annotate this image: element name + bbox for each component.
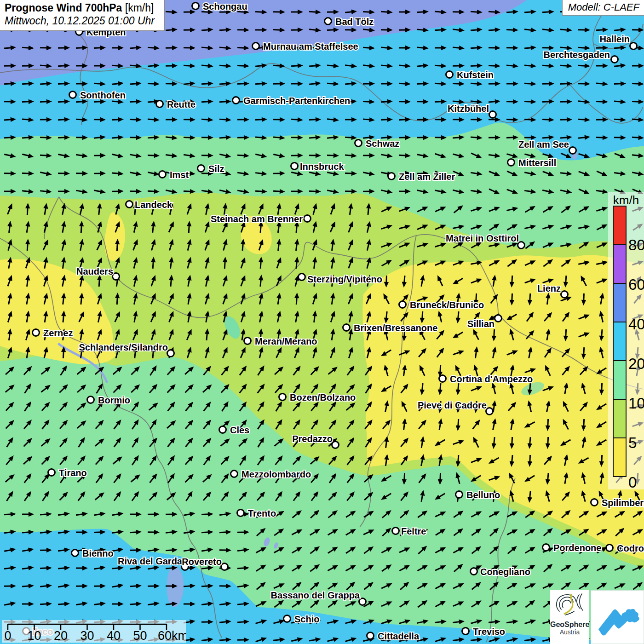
city-marker: [253, 43, 259, 50]
legend-segment: [613, 206, 627, 245]
mountain-logo-shape: [598, 609, 639, 636]
city-label: Zernez: [43, 328, 73, 338]
city-cortina-d-ampezzo: Cortina d'Ampezzo: [439, 374, 533, 384]
city-marker: [72, 550, 79, 557]
geosphere-wordmark: GeoSphere: [550, 621, 589, 628]
legend-tick-label: 40: [628, 314, 644, 334]
scale-tick-label: 40: [107, 629, 121, 643]
city-marker: [33, 329, 40, 336]
legend-tick-label: 10: [628, 393, 644, 414]
city-label: Sonthofen: [80, 90, 126, 100]
city-label: Bozen/Bolzano: [290, 392, 356, 402]
city-bozen-bolzano: Bozen/Bolzano: [279, 392, 356, 402]
city-label: Zell am Ziller: [399, 172, 455, 182]
city-label: Sillian: [467, 319, 494, 329]
city-label: Mittersill: [518, 158, 556, 168]
city-label: Bad Tölz: [335, 17, 374, 27]
mountain-logo-icon: [591, 591, 644, 644]
city-marker: [332, 442, 339, 448]
legend-color-bar: [613, 206, 627, 477]
city-marker: [355, 140, 362, 147]
city-marker: [219, 426, 226, 433]
city-marker: [439, 375, 446, 382]
city-marker: [495, 315, 502, 322]
city-sterzing-vipiteno: Sterzing/Vipiteno: [299, 274, 382, 285]
city-label: Belluno: [466, 490, 500, 500]
city-label: Treviso: [473, 627, 505, 637]
city-label: Codroipo: [617, 543, 644, 553]
city-label: Matrei in Osttirol: [446, 233, 519, 243]
city-marker: [399, 301, 406, 308]
legend-segment: [613, 360, 627, 400]
city-label: Imst: [170, 170, 189, 180]
city-marker: [113, 273, 120, 280]
geosphere-logo-box: GeoSphere Austria: [550, 590, 589, 644]
city-label: Rovereto: [182, 557, 222, 567]
city-silz: Silz: [198, 164, 224, 174]
scale-bar: 0102030405060km: [2, 620, 186, 643]
city-label: Pieve di Cadore: [418, 400, 487, 410]
city-marker: [446, 71, 453, 78]
city-label: Hallein: [599, 34, 630, 44]
city-label: Reutte: [167, 99, 196, 109]
city-marker: [69, 92, 76, 98]
city-marker: [486, 408, 493, 415]
city-bruneck-brunico: Bruneck/Brunico: [399, 300, 484, 310]
model-name: Modell: C-LAEF: [568, 1, 639, 13]
partner-logo-box: [591, 590, 644, 644]
city-label: Innsbruck: [300, 161, 344, 172]
city-label: Sterzing/Vipiteno: [307, 274, 382, 284]
city-label: Murnau am Staffelsee: [263, 41, 358, 52]
city-label: Cittadella: [378, 631, 420, 641]
city-label: Bienno: [82, 548, 114, 558]
city-marker: [508, 159, 515, 166]
city-marker: [606, 545, 613, 552]
forecast-datetime: Mittwoch, 10.12.2025 01:00 Uhr: [5, 15, 159, 27]
city-marker: [244, 338, 251, 345]
scale-tick-label: 50: [133, 629, 147, 643]
city-label: Kufstein: [457, 70, 494, 80]
city-marker: [367, 632, 374, 639]
city-marker: [388, 173, 395, 180]
city-label: Trento: [248, 508, 276, 518]
wind-forecast-map-page: SchongauBad TölzKemptenMurnau am Staffel…: [0, 0, 644, 644]
city-brixen-bressanone: Brixen/Bressanone: [343, 323, 438, 333]
city-label: Berchtesgaden: [544, 50, 610, 60]
title-box: Prognose Wind 700hPa [km/h] Mittwoch, 10…: [0, 0, 165, 31]
city-label: Brixen/Bressanone: [354, 323, 437, 333]
city-marker: [126, 201, 133, 208]
city-marker: [630, 43, 637, 50]
page-title-main: Prognose Wind 700hPa: [5, 2, 122, 14]
legend-segment: [613, 399, 627, 438]
city-marker: [489, 111, 496, 118]
scale-tick-label: 0: [4, 629, 11, 643]
legend-tick-label: 20: [628, 354, 644, 374]
city-label: Predazzo: [292, 434, 333, 444]
city-label: Spilimbergo: [602, 498, 644, 508]
city-marker: [159, 171, 166, 178]
city-marker: [198, 165, 205, 172]
city-label: Tirano: [59, 468, 87, 478]
city-mezzolombardo: Mezzolombardo: [231, 469, 311, 479]
city-label: Silz: [208, 164, 224, 174]
city-label: Bruneck/Brunico: [410, 300, 484, 310]
city-label: Lienz: [537, 283, 561, 293]
city-marker: [359, 598, 366, 605]
city-marker: [591, 499, 598, 506]
city-label: Landeck: [135, 200, 172, 210]
city-marker: [543, 544, 550, 551]
scale-tick-label: 20: [54, 629, 68, 643]
city-label: Kitzbühel: [448, 104, 489, 114]
city-label: Cortina d'Ampezzo: [450, 374, 533, 384]
city-label: Pordenone: [553, 543, 601, 553]
city-marker: [611, 56, 618, 63]
city-marker: [343, 324, 350, 331]
city-marker: [167, 350, 174, 357]
city-marker: [192, 3, 199, 10]
page-title: Prognose Wind 700hPa [km/h]: [5, 2, 159, 14]
city-marker: [87, 397, 94, 403]
map-canvas: SchongauBad TölzKemptenMurnau am Staffel…: [0, 0, 644, 644]
city-marker: [221, 564, 228, 570]
city-label: Feltre: [401, 526, 426, 536]
city-marker: [231, 471, 238, 477]
